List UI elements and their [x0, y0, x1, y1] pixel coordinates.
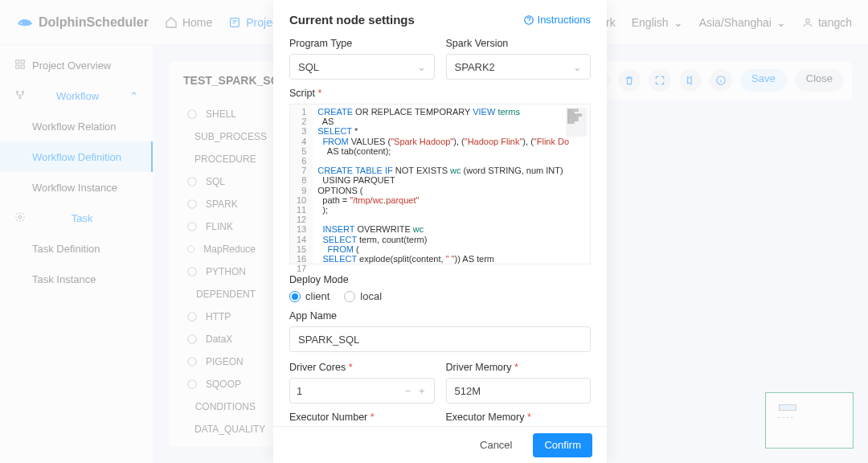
- stepper-controls[interactable]: − +: [405, 385, 428, 397]
- chevron-down-icon: ⌄: [417, 61, 426, 73]
- chevron-down-icon: ⌄: [573, 61, 582, 73]
- node-settings-drawer: Current node settings Instructions Progr…: [273, 0, 607, 463]
- deploy-mode-label: Deploy Mode: [289, 274, 591, 285]
- deploy-mode-radio-group: clientlocal: [289, 290, 591, 302]
- script-label: Script: [289, 88, 591, 99]
- spark-version-label: Spark Version: [446, 38, 592, 49]
- editor-code[interactable]: CREATE OR REPLACE TEMPORARY VIEW terms A…: [313, 104, 590, 264]
- instructions-label: Instructions: [538, 14, 591, 26]
- modal-overlay: Current node settings Instructions Progr…: [0, 0, 868, 463]
- program-type-select[interactable]: SQL ⌄: [289, 54, 435, 80]
- confirm-button[interactable]: Confirm: [533, 433, 592, 457]
- executor-number-label: Executor Number: [289, 412, 435, 423]
- spark-version-value: SPARK2: [455, 61, 495, 73]
- deploy-mode-local[interactable]: local: [344, 290, 382, 302]
- radio-label: client: [305, 290, 330, 302]
- program-type-label: Program Type: [289, 38, 435, 49]
- radio-label: local: [360, 290, 382, 302]
- drawer-title: Current node settings: [289, 13, 415, 27]
- app-name-input[interactable]: [289, 326, 591, 352]
- program-type-value: SQL: [298, 61, 319, 73]
- driver-cores-stepper[interactable]: 1 − +: [289, 378, 435, 404]
- spark-version-select[interactable]: SPARK2 ⌄: [446, 54, 592, 80]
- instructions-link[interactable]: Instructions: [523, 14, 591, 26]
- app-name-label: App Name: [289, 310, 591, 322]
- executor-memory-label: Executor Memory: [446, 412, 592, 423]
- editor-gutter: 1 2 3 4 5 6 7 8 9 10 11 12 13 14 15 16 1…: [290, 104, 313, 264]
- driver-memory-input[interactable]: [446, 378, 592, 404]
- help-icon: [523, 14, 534, 26]
- radio-dot: [344, 291, 355, 302]
- driver-cores-label: Driver Cores: [289, 362, 435, 373]
- radio-dot: [289, 291, 301, 302]
- driver-memory-label: Driver Memory: [446, 362, 592, 373]
- driver-cores-value: 1: [297, 385, 302, 397]
- deploy-mode-client[interactable]: client: [289, 290, 330, 302]
- editor-minimap: ████ ██ ██████ ██████████ ████ ████████: [566, 108, 587, 137]
- script-editor[interactable]: 1 2 3 4 5 6 7 8 9 10 11 12 13 14 15 16 1…: [289, 104, 591, 264]
- cancel-button[interactable]: Cancel: [469, 433, 523, 457]
